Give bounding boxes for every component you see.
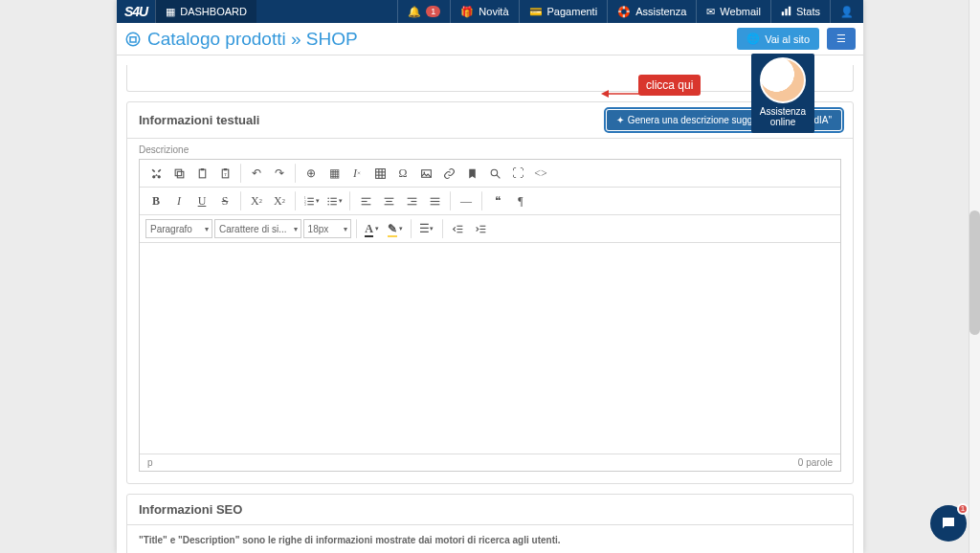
svg-point-29 [327,200,329,202]
panel-seo-body: "Title" e "Description" sono le righe di… [127,525,853,553]
find-icon[interactable] [484,164,505,183]
char-icon[interactable]: Ω [392,164,413,183]
richtext-editor: T ↶ ↷ ⊕ ▦ I× Ω ⛶ <> [139,159,841,472]
svg-line-20 [497,175,500,178]
assistance-widget[interactable]: Assistenza online [751,54,814,133]
bold-icon[interactable]: B [145,191,167,210]
superscript-icon[interactable]: X2 [269,191,290,210]
assistance-label-1: Assistenza [753,106,813,117]
code-icon[interactable]: <> [530,164,551,183]
page-title-text: Catalogo prodotti » SHOP [147,29,358,50]
globe-icon: 🌐 [746,33,760,45]
line-height-icon[interactable]: ☰▾ [416,219,437,238]
format-select[interactable]: Paragrafo [145,219,212,238]
separator [349,191,350,210]
editor-wordcount: 0 parole [798,457,833,468]
insert-icon[interactable]: ⊕ [301,164,322,183]
page-scrollbar[interactable] [969,0,980,553]
nav-assistenza-label: Assistenza [635,6,686,17]
highlight-color-icon[interactable]: ✎▾ [385,219,406,238]
undo-icon[interactable]: ↶ [246,164,267,183]
bell-icon: 🔔 [408,6,421,18]
panel-seo-title: Informazioni SEO [139,502,242,517]
separator [240,164,241,183]
svg-rect-4 [130,36,136,41]
chat-fab-button[interactable]: 1 [930,505,967,542]
text-color-icon[interactable]: A▾ [362,219,383,238]
quote-icon[interactable]: ❝ [487,191,508,210]
indent-icon[interactable] [471,219,492,238]
redo-icon[interactable]: ↷ [269,164,290,183]
ol-icon[interactable]: 123▾ [301,191,322,210]
panel-seo: Informazioni SEO "Title" e "Description"… [126,494,854,553]
separator [295,191,296,210]
nav-dashboard[interactable]: ▦ DASHBOARD [155,0,256,23]
align-right-icon[interactable] [401,191,422,210]
svg-point-31 [327,203,329,205]
link-icon[interactable] [438,164,459,183]
svg-rect-6 [175,169,182,176]
nav-webmail-label: Webmail [720,6,761,17]
separator [295,164,296,183]
gift-icon: 🎁 [460,6,474,18]
svg-rect-8 [200,168,203,170]
nav-webmail[interactable]: ✉ Webmail [696,0,770,23]
subscript-icon[interactable]: X2 [246,191,267,210]
bookmark-icon[interactable] [461,164,482,183]
size-select[interactable]: 18px [303,219,351,238]
svg-text:T: T [224,171,227,176]
table-icon[interactable] [369,164,390,183]
seo-intro-text: "Title" e "Description" sono le righe di… [139,535,841,545]
editor-textarea[interactable] [140,243,840,453]
callout-label: clicca qui [638,75,701,96]
clear-format-icon[interactable]: I× [346,164,368,183]
italic-icon[interactable]: I [168,191,189,210]
nav-pagamenti[interactable]: 💳 Pagamenti [519,0,608,23]
top-nav: S4U ▦ DASHBOARD 🔔 1 🎁 Novità 💳 Pagamenti… [117,0,863,23]
separator [411,219,412,238]
nav-user[interactable]: 👤 [830,0,863,23]
pilcrow-icon[interactable]: ¶ [510,191,531,210]
image-icon[interactable] [415,164,436,183]
scrollbar-thumb[interactable] [969,210,980,335]
align-left-icon[interactable] [355,191,376,210]
svg-rect-5 [177,171,184,178]
visit-site-button[interactable]: 🌐 Vai al sito [737,28,819,50]
nav-assistenza[interactable]: 🛟 Assistenza [607,0,696,23]
fullscreen-icon[interactable]: ⛶ [507,164,528,183]
outdent-icon[interactable] [448,219,469,238]
panel-text-title: Informazioni testuali [139,113,259,127]
separator [450,191,451,210]
separator [442,219,443,238]
nav-novita[interactable]: 🎁 Novità [450,0,518,23]
user-icon: 👤 [840,6,854,18]
nav-notifications[interactable]: 🔔 1 [397,0,450,23]
ul-icon[interactable]: ▾ [323,191,345,210]
menu-toggle-button[interactable]: ☰ [827,28,856,50]
strike-icon[interactable]: S [214,191,235,210]
font-select[interactable]: Carattere di si... [214,219,301,238]
copy-icon[interactable] [168,164,189,183]
svg-text:3: 3 [304,202,306,206]
card-icon: 💳 [529,6,543,18]
svg-point-3 [126,33,140,46]
svg-rect-12 [375,168,385,178]
separator [240,191,241,210]
align-center-icon[interactable] [378,191,399,210]
assistant-avatar [760,57,806,103]
prev-panel-tail [126,65,854,92]
panel-text-info: Informazioni testuali ✦ Genera una descr… [126,101,854,484]
mail-icon: ✉ [706,6,715,18]
underline-icon[interactable]: U [191,191,212,210]
hr-icon[interactable]: — [456,191,477,210]
paste-text-icon[interactable]: T [214,164,235,183]
align-justify-icon[interactable] [424,191,445,210]
layout-icon[interactable]: ▦ [323,164,345,183]
cut-icon[interactable] [145,164,167,183]
brand-logo: S4U [117,0,155,23]
nav-novita-label: Novità [479,6,508,17]
svg-rect-1 [785,9,787,15]
nav-stats[interactable]: Stats [770,0,830,23]
paste-icon[interactable] [191,164,212,183]
nav-dashboard-label: DASHBOARD [180,6,247,17]
